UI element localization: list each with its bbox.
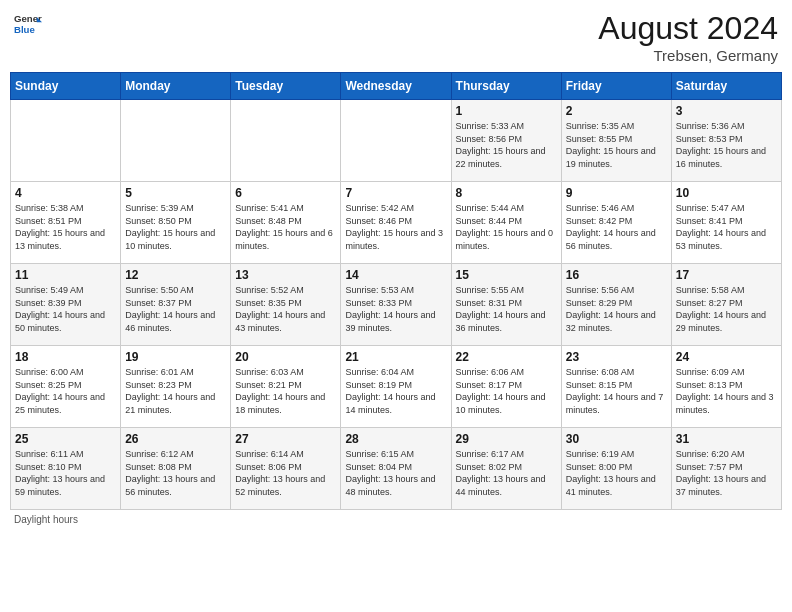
table-row: 21 Sunrise: 6:04 AMSunset: 8:19 PMDaylig…	[341, 346, 451, 428]
table-row: 10 Sunrise: 5:47 AMSunset: 8:41 PMDaylig…	[671, 182, 781, 264]
calendar-week-row: 1 Sunrise: 5:33 AMSunset: 8:56 PMDayligh…	[11, 100, 782, 182]
day-number: 26	[125, 432, 226, 446]
table-row: 7 Sunrise: 5:42 AMSunset: 8:46 PMDayligh…	[341, 182, 451, 264]
calendar-table: Sunday Monday Tuesday Wednesday Thursday…	[10, 72, 782, 510]
logo: General Blue	[14, 10, 42, 38]
day-number: 2	[566, 104, 667, 118]
day-number: 16	[566, 268, 667, 282]
day-number: 29	[456, 432, 557, 446]
table-row: 19 Sunrise: 6:01 AMSunset: 8:23 PMDaylig…	[121, 346, 231, 428]
day-info: Sunrise: 5:56 AMSunset: 8:29 PMDaylight:…	[566, 285, 656, 333]
table-row: 28 Sunrise: 6:15 AMSunset: 8:04 PMDaylig…	[341, 428, 451, 510]
day-info: Sunrise: 5:39 AMSunset: 8:50 PMDaylight:…	[125, 203, 215, 251]
day-info: Sunrise: 5:55 AMSunset: 8:31 PMDaylight:…	[456, 285, 546, 333]
col-saturday: Saturday	[671, 73, 781, 100]
day-info: Sunrise: 5:53 AMSunset: 8:33 PMDaylight:…	[345, 285, 435, 333]
day-number: 31	[676, 432, 777, 446]
day-number: 22	[456, 350, 557, 364]
table-row: 9 Sunrise: 5:46 AMSunset: 8:42 PMDayligh…	[561, 182, 671, 264]
day-number: 12	[125, 268, 226, 282]
day-number: 19	[125, 350, 226, 364]
table-row: 16 Sunrise: 5:56 AMSunset: 8:29 PMDaylig…	[561, 264, 671, 346]
table-row: 4 Sunrise: 5:38 AMSunset: 8:51 PMDayligh…	[11, 182, 121, 264]
col-friday: Friday	[561, 73, 671, 100]
day-info: Sunrise: 6:01 AMSunset: 8:23 PMDaylight:…	[125, 367, 215, 415]
day-info: Sunrise: 6:11 AMSunset: 8:10 PMDaylight:…	[15, 449, 105, 497]
table-row: 2 Sunrise: 5:35 AMSunset: 8:55 PMDayligh…	[561, 100, 671, 182]
day-number: 7	[345, 186, 446, 200]
day-info: Sunrise: 6:17 AMSunset: 8:02 PMDaylight:…	[456, 449, 546, 497]
table-row: 20 Sunrise: 6:03 AMSunset: 8:21 PMDaylig…	[231, 346, 341, 428]
day-info: Sunrise: 6:08 AMSunset: 8:15 PMDaylight:…	[566, 367, 664, 415]
day-number: 13	[235, 268, 336, 282]
day-info: Sunrise: 5:50 AMSunset: 8:37 PMDaylight:…	[125, 285, 215, 333]
day-info: Sunrise: 5:46 AMSunset: 8:42 PMDaylight:…	[566, 203, 656, 251]
table-row: 8 Sunrise: 5:44 AMSunset: 8:44 PMDayligh…	[451, 182, 561, 264]
table-row: 24 Sunrise: 6:09 AMSunset: 8:13 PMDaylig…	[671, 346, 781, 428]
page-header: General Blue August 2024 Trebsen, German…	[10, 10, 782, 64]
table-row: 15 Sunrise: 5:55 AMSunset: 8:31 PMDaylig…	[451, 264, 561, 346]
day-number: 9	[566, 186, 667, 200]
day-info: Sunrise: 6:00 AMSunset: 8:25 PMDaylight:…	[15, 367, 105, 415]
day-number: 14	[345, 268, 446, 282]
table-row: 23 Sunrise: 6:08 AMSunset: 8:15 PMDaylig…	[561, 346, 671, 428]
day-info: Sunrise: 6:03 AMSunset: 8:21 PMDaylight:…	[235, 367, 325, 415]
table-row: 11 Sunrise: 5:49 AMSunset: 8:39 PMDaylig…	[11, 264, 121, 346]
day-info: Sunrise: 6:20 AMSunset: 7:57 PMDaylight:…	[676, 449, 766, 497]
day-number: 4	[15, 186, 116, 200]
table-row: 5 Sunrise: 5:39 AMSunset: 8:50 PMDayligh…	[121, 182, 231, 264]
day-info: Sunrise: 6:19 AMSunset: 8:00 PMDaylight:…	[566, 449, 656, 497]
day-number: 3	[676, 104, 777, 118]
table-row: 6 Sunrise: 5:41 AMSunset: 8:48 PMDayligh…	[231, 182, 341, 264]
day-info: Sunrise: 6:04 AMSunset: 8:19 PMDaylight:…	[345, 367, 435, 415]
location-subtitle: Trebsen, Germany	[598, 47, 778, 64]
table-row: 29 Sunrise: 6:17 AMSunset: 8:02 PMDaylig…	[451, 428, 561, 510]
table-row: 25 Sunrise: 6:11 AMSunset: 8:10 PMDaylig…	[11, 428, 121, 510]
day-info: Sunrise: 5:47 AMSunset: 8:41 PMDaylight:…	[676, 203, 766, 251]
day-info: Sunrise: 5:49 AMSunset: 8:39 PMDaylight:…	[15, 285, 105, 333]
table-row: 18 Sunrise: 6:00 AMSunset: 8:25 PMDaylig…	[11, 346, 121, 428]
day-info: Sunrise: 5:52 AMSunset: 8:35 PMDaylight:…	[235, 285, 325, 333]
day-number: 28	[345, 432, 446, 446]
day-info: Sunrise: 5:36 AMSunset: 8:53 PMDaylight:…	[676, 121, 766, 169]
table-row: 27 Sunrise: 6:14 AMSunset: 8:06 PMDaylig…	[231, 428, 341, 510]
table-row: 3 Sunrise: 5:36 AMSunset: 8:53 PMDayligh…	[671, 100, 781, 182]
table-row: 14 Sunrise: 5:53 AMSunset: 8:33 PMDaylig…	[341, 264, 451, 346]
header-row: Sunday Monday Tuesday Wednesday Thursday…	[11, 73, 782, 100]
calendar-week-row: 4 Sunrise: 5:38 AMSunset: 8:51 PMDayligh…	[11, 182, 782, 264]
table-row: 26 Sunrise: 6:12 AMSunset: 8:08 PMDaylig…	[121, 428, 231, 510]
day-info: Sunrise: 6:14 AMSunset: 8:06 PMDaylight:…	[235, 449, 325, 497]
footer-note: Daylight hours	[10, 514, 782, 525]
table-row: 22 Sunrise: 6:06 AMSunset: 8:17 PMDaylig…	[451, 346, 561, 428]
day-number: 23	[566, 350, 667, 364]
col-sunday: Sunday	[11, 73, 121, 100]
table-row: 31 Sunrise: 6:20 AMSunset: 7:57 PMDaylig…	[671, 428, 781, 510]
day-number: 27	[235, 432, 336, 446]
day-number: 30	[566, 432, 667, 446]
col-tuesday: Tuesday	[231, 73, 341, 100]
day-number: 10	[676, 186, 777, 200]
day-info: Sunrise: 5:44 AMSunset: 8:44 PMDaylight:…	[456, 203, 554, 251]
table-row: 1 Sunrise: 5:33 AMSunset: 8:56 PMDayligh…	[451, 100, 561, 182]
day-number: 25	[15, 432, 116, 446]
title-block: August 2024 Trebsen, Germany	[598, 10, 778, 64]
day-info: Sunrise: 6:15 AMSunset: 8:04 PMDaylight:…	[345, 449, 435, 497]
calendar-week-row: 25 Sunrise: 6:11 AMSunset: 8:10 PMDaylig…	[11, 428, 782, 510]
day-info: Sunrise: 5:33 AMSunset: 8:56 PMDaylight:…	[456, 121, 546, 169]
table-row: 13 Sunrise: 5:52 AMSunset: 8:35 PMDaylig…	[231, 264, 341, 346]
svg-text:Blue: Blue	[14, 24, 35, 35]
day-number: 20	[235, 350, 336, 364]
day-number: 17	[676, 268, 777, 282]
day-info: Sunrise: 6:12 AMSunset: 8:08 PMDaylight:…	[125, 449, 215, 497]
day-info: Sunrise: 6:06 AMSunset: 8:17 PMDaylight:…	[456, 367, 546, 415]
col-monday: Monday	[121, 73, 231, 100]
col-wednesday: Wednesday	[341, 73, 451, 100]
day-number: 5	[125, 186, 226, 200]
day-number: 6	[235, 186, 336, 200]
day-number: 21	[345, 350, 446, 364]
calendar-week-row: 18 Sunrise: 6:00 AMSunset: 8:25 PMDaylig…	[11, 346, 782, 428]
day-info: Sunrise: 5:38 AMSunset: 8:51 PMDaylight:…	[15, 203, 105, 251]
day-info: Sunrise: 5:41 AMSunset: 8:48 PMDaylight:…	[235, 203, 333, 251]
day-number: 1	[456, 104, 557, 118]
table-row: 12 Sunrise: 5:50 AMSunset: 8:37 PMDaylig…	[121, 264, 231, 346]
